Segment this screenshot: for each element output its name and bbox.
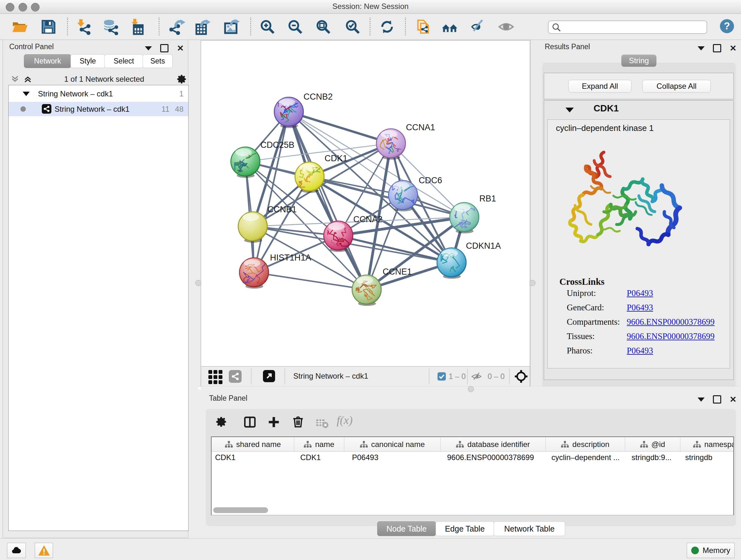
svg-text:CDKN1A: CDKN1A (466, 241, 501, 251)
svg-text:CDC6: CDC6 (419, 176, 442, 185)
svg-text:CDC25B: CDC25B (260, 140, 294, 150)
svg-text:CCNB2: CCNB2 (304, 92, 333, 102)
svg-text:CDK1: CDK1 (325, 153, 347, 163)
svg-text:CCNE1: CCNE1 (383, 267, 412, 276)
svg-text:CCNB1: CCNB1 (267, 205, 297, 214)
svg-text:HIST1H1A: HIST1H1A (270, 253, 311, 262)
svg-text:CCNA2: CCNA2 (353, 214, 383, 224)
svg-text:CCNA1: CCNA1 (406, 123, 435, 132)
svg-text:RB1: RB1 (479, 194, 496, 203)
